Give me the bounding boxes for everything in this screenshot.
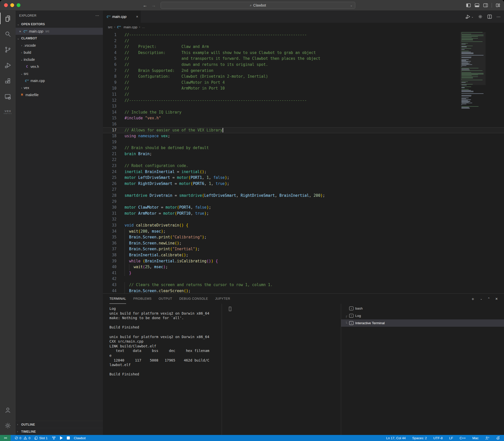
vex-extension-icon[interactable]: vexROBOTICS: [0, 104, 16, 120]
explorer-more-actions-icon[interactable]: ⋯: [95, 13, 99, 18]
line-number[interactable]: 15: [103, 115, 116, 121]
minimap[interactable]: [461, 32, 485, 133]
terminal-list-item-bash[interactable]: ›bash: [341, 305, 504, 312]
line-number[interactable]: 41: [103, 270, 116, 276]
line-number[interactable]: 33: [103, 223, 116, 229]
search-icon[interactable]: [0, 26, 16, 42]
notifications-bell-icon[interactable]: [496, 436, 500, 440]
line-number[interactable]: 13: [103, 103, 116, 109]
code-line[interactable]: 17// Allows for easier use of the VEX Li…: [103, 127, 504, 133]
stop-program-button[interactable]: [67, 436, 70, 439]
code-line[interactable]: 21brain Brain;: [103, 151, 504, 157]
tree-item-vex-h[interactable]: Cvex.h: [16, 63, 103, 70]
code-line[interactable]: 36Brain.Screen.newLine();: [103, 240, 504, 246]
code-line[interactable]: 7// Brain Supported: 2nd generation: [103, 68, 504, 74]
explorer-icon[interactable]: [0, 11, 16, 26]
code-line[interactable]: 39while (BrainInertial.isCalibrating()) …: [103, 258, 504, 264]
line-number[interactable]: 7: [103, 68, 116, 74]
line-number[interactable]: 35: [103, 234, 116, 240]
line-number[interactable]: 19: [103, 139, 116, 145]
code-line[interactable]: 5// and transports it forward. The Clawb…: [103, 56, 504, 62]
code-line[interactable]: 37Brain.Screen.print("Inertial");: [103, 246, 504, 252]
code-line[interactable]: 30motor ClawMotor = motor(PORT4, false);: [103, 205, 504, 211]
line-number[interactable]: 37: [103, 246, 116, 252]
code-line[interactable]: 29: [103, 199, 504, 205]
line-number[interactable]: 6: [103, 62, 116, 68]
line-number[interactable]: 12: [103, 98, 116, 104]
close-panel-icon[interactable]: ✕: [495, 297, 498, 301]
maximize-window-button[interactable]: [17, 3, 20, 7]
terminal-list-item-log[interactable]: ┌›Log: [341, 312, 504, 319]
line-number[interactable]: 21: [103, 151, 116, 157]
line-number[interactable]: 43: [103, 282, 116, 288]
problems-status[interactable]: 0 0: [15, 436, 30, 440]
code-line[interactable]: 44Brain.Screen.clearScreen();: [103, 288, 504, 293]
code-line[interactable]: 16: [103, 121, 504, 127]
editor-settings-gear-icon[interactable]: [478, 14, 483, 19]
code-line[interactable]: 31motor ArmMotor = motor(PORT10, true);: [103, 211, 504, 217]
line-number[interactable]: 38: [103, 252, 116, 258]
code-line[interactable]: 27: [103, 187, 504, 193]
remote-explorer-icon[interactable]: [0, 89, 16, 104]
code-line[interactable]: 42: [103, 276, 504, 282]
customize-layout-icon[interactable]: [495, 3, 500, 8]
split-editor-icon[interactable]: [487, 14, 492, 19]
line-number[interactable]: 11: [103, 92, 116, 98]
line-number[interactable]: 36: [103, 240, 116, 246]
line-number[interactable]: 30: [103, 205, 116, 211]
code-line[interactable]: 24inertial BrainInertial = inertial();: [103, 169, 504, 175]
vex-brain-icon[interactable]: [52, 436, 56, 440]
line-number[interactable]: 31: [103, 211, 116, 217]
code-line[interactable]: 33void calibrateDrivetrain() {: [103, 223, 504, 229]
code-line[interactable]: 8// Configuration: Clawbot (Drivetrain 2…: [103, 74, 504, 80]
line-number[interactable]: 23: [103, 163, 116, 169]
code-line[interactable]: 41}: [103, 270, 504, 276]
terminal-dropdown-icon[interactable]: ⌄: [480, 297, 482, 300]
tree-item-makefile[interactable]: Mmakefile: [16, 91, 103, 98]
line-number[interactable]: 4: [103, 50, 116, 56]
back-arrow-icon[interactable]: ←: [143, 3, 147, 8]
code-line[interactable]: 40wait(25, msec);: [103, 264, 504, 270]
open-editor-item-main-cpp[interactable]: × C++ main.cpp src: [16, 28, 103, 35]
feedback-person-icon[interactable]: [485, 436, 489, 440]
code-line[interactable]: 1//-------------------------------------…: [103, 32, 504, 38]
line-number[interactable]: 26: [103, 181, 116, 187]
tree-item-main-cpp[interactable]: C++main.cpp: [16, 77, 103, 84]
code-line[interactable]: 25motor LeftDriveSmart = motor(PORT1, 1,…: [103, 175, 504, 181]
project-folder-header[interactable]: ⌄ CLAWBOT: [16, 35, 103, 42]
line-number[interactable]: 42: [103, 276, 116, 282]
line-number[interactable]: 24: [103, 169, 116, 175]
interactive-terminal-pane[interactable]: [222, 304, 341, 435]
code-line[interactable]: 12//------------------------------------…: [103, 98, 504, 104]
open-editors-header[interactable]: ⌄ OPEN EDITORS: [16, 21, 103, 28]
breadcrumb-file[interactable]: main.cpp: [124, 25, 137, 29]
maximize-panel-icon[interactable]: ⌃: [487, 297, 490, 301]
outline-section-header[interactable]: › OUTLINE: [16, 421, 103, 428]
status-item-utf-8[interactable]: UTF-8: [433, 436, 443, 440]
code-line[interactable]: 35Brain.Screen.print("Calibrating");: [103, 234, 504, 240]
breadcrumb-src[interactable]: src: [108, 25, 112, 29]
status-item-spaces-2[interactable]: Spaces: 2: [412, 436, 427, 440]
code-line[interactable]: 22: [103, 157, 504, 163]
tree-item-build[interactable]: ›build: [16, 49, 103, 56]
line-number[interactable]: 34: [103, 229, 116, 235]
tree-item-include[interactable]: ⌄include: [16, 56, 103, 63]
chevron-down-icon[interactable]: ⌄: [350, 4, 352, 7]
line-number[interactable]: 16: [103, 121, 116, 127]
line-number[interactable]: 10: [103, 86, 116, 92]
line-number[interactable]: 8: [103, 74, 116, 80]
line-number[interactable]: 3: [103, 44, 116, 50]
breadcrumb-symbol[interactable]: …: [142, 25, 145, 29]
breadcrumb[interactable]: src › C++ main.cpp › …: [103, 23, 504, 31]
code-line[interactable]: 34wait(200, msec);: [103, 229, 504, 235]
more-actions-icon[interactable]: ⋯: [496, 14, 501, 19]
status-item-c-[interactable]: C++: [460, 436, 466, 440]
tree-item--vscode[interactable]: ›.vscode: [16, 42, 103, 49]
toggle-panel-icon[interactable]: [475, 3, 480, 8]
code-line[interactable]: 14// Include the IQ Library: [103, 109, 504, 116]
code-line[interactable]: 20// Brain should be defined by default: [103, 145, 504, 151]
line-number[interactable]: 9: [103, 80, 116, 86]
line-number[interactable]: 18: [103, 133, 116, 139]
code-line[interactable]: 3// Project: Claw and Arm: [103, 44, 504, 50]
code-line[interactable]: 43// Clears the screen and returns the c…: [103, 282, 504, 288]
